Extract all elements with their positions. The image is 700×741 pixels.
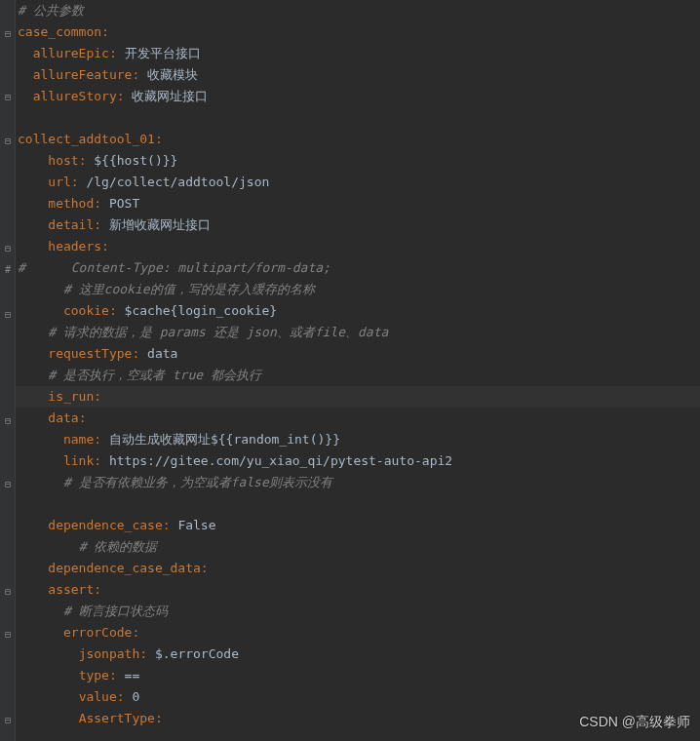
code-area[interactable]: # 公共参数 case_common: allureEpic: 开发平台接口 a… bbox=[16, 0, 700, 741]
code-line: dependence_case_data: bbox=[16, 558, 700, 579]
code-line bbox=[16, 107, 700, 129]
code-editor[interactable]: ⊟ ⊟ ⊟ ⊟ # ⊟ ⊟ ⊟ ⊟ ⊟ ⊟ # 公共参数 case_common… bbox=[0, 0, 700, 741]
fold-icon[interactable]: ⊟ bbox=[4, 239, 12, 247]
fold-icon[interactable]: ⊟ bbox=[4, 88, 12, 96]
code-line: method: POST bbox=[16, 193, 700, 214]
code-line: # 是否有依赖业务，为空或者false则表示没有 bbox=[16, 472, 700, 493]
fold-icon[interactable]: # bbox=[4, 260, 12, 268]
code-line: type: == bbox=[16, 665, 700, 686]
code-line: link: https://gitee.com/yu_xiao_qi/pytes… bbox=[16, 450, 700, 472]
code-line: url: /lg/collect/addtool/json bbox=[16, 172, 700, 193]
gutter: ⊟ ⊟ ⊟ ⊟ # ⊟ ⊟ ⊟ ⊟ ⊟ ⊟ bbox=[0, 0, 16, 741]
code-line: assert: bbox=[16, 579, 700, 601]
fold-icon[interactable]: ⊟ bbox=[4, 132, 12, 139]
code-line: value: 0 bbox=[16, 686, 700, 708]
code-line: # 这里cookie的值，写的是存入缓存的名称 bbox=[16, 279, 700, 300]
fold-icon[interactable]: ⊟ bbox=[4, 305, 12, 313]
fold-icon[interactable]: ⊟ bbox=[4, 711, 12, 719]
code-line: host: ${{host()}} bbox=[16, 150, 700, 172]
code-line: collect_addtool_01: bbox=[16, 129, 700, 150]
code-line: # 断言接口状态码 bbox=[16, 601, 700, 622]
code-line: # Content-Type: multipart/form-data; bbox=[16, 257, 700, 279]
code-line: errorCode: bbox=[16, 622, 700, 644]
code-line: # 公共参数 bbox=[16, 0, 700, 21]
code-line: # 是否执行，空或者 true 都会执行 bbox=[16, 365, 700, 386]
fold-icon[interactable]: ⊟ bbox=[4, 24, 12, 32]
code-line: allureFeature: 收藏模块 bbox=[16, 64, 700, 86]
code-line: # 依赖的数据 bbox=[16, 536, 700, 558]
fold-icon[interactable]: ⊟ bbox=[4, 475, 12, 483]
code-line: case_common: bbox=[16, 21, 700, 43]
code-line: cookie: $cache{login_cookie} bbox=[16, 300, 700, 322]
code-line: name: 自动生成收藏网址${{random_int()}} bbox=[16, 429, 700, 450]
code-line-current: is_run: bbox=[16, 386, 700, 408]
fold-icon[interactable]: ⊟ bbox=[4, 411, 12, 419]
code-line: data: bbox=[16, 408, 700, 429]
fold-icon[interactable]: ⊟ bbox=[4, 625, 12, 633]
code-line: # 请求的数据，是 params 还是 json、或者file、data bbox=[16, 322, 700, 343]
watermark: CSDN @高级拳师 bbox=[579, 714, 690, 731]
code-line: headers: bbox=[16, 236, 700, 257]
fold-icon[interactable]: ⊟ bbox=[4, 582, 12, 590]
code-line: jsonpath: $.errorCode bbox=[16, 644, 700, 665]
code-line: dependence_case: False bbox=[16, 515, 700, 536]
code-line: requestType: data bbox=[16, 343, 700, 365]
code-line: allureEpic: 开发平台接口 bbox=[16, 43, 700, 64]
code-line: detail: 新增收藏网址接口 bbox=[16, 214, 700, 236]
code-line bbox=[16, 493, 700, 515]
code-line: allureStory: 收藏网址接口 bbox=[16, 86, 700, 107]
